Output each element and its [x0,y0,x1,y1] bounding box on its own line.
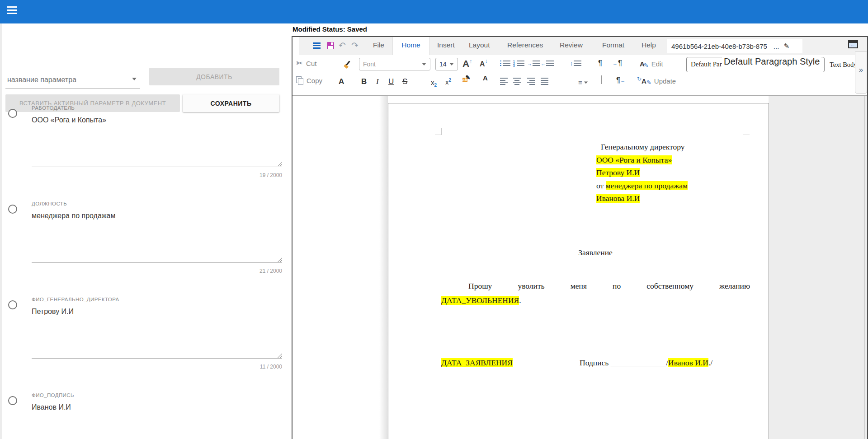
menu-icon[interactable] [313,42,321,50]
shrink-font-icon[interactable]: A↓ [480,60,488,68]
editor-frame: ↶ ↷ File Home Insert Layout References R… [292,36,868,439]
undo-icon[interactable]: ↶ [339,41,346,50]
param-value-textarea[interactable]: Петрову И.И [32,308,74,316]
tab-help[interactable]: Help [642,41,656,49]
param-value-textarea[interactable]: менеджера по продажам [32,212,115,220]
textarea-underline [32,167,282,167]
cut-button[interactable]: ✂ Cut [296,59,316,67]
toolbar-overflow-button[interactable]: » [855,51,867,94]
radio-button[interactable] [8,300,17,309]
param-value-textarea[interactable]: ООО «Рога и Копыта» [32,116,106,124]
hamburger-menu-icon[interactable] [7,6,18,16]
font-size-value: 14 [439,61,449,68]
tab-layout[interactable]: Layout [469,41,490,49]
double-chevron-icon: » [855,65,867,75]
radio-button[interactable] [8,109,17,118]
paragraph-rtl-icon[interactable]: ¶← [616,76,626,84]
doc-id-button[interactable]: 4961b564-21eb-40e8-b73b-875 ... ✎ [667,39,802,53]
chevron-down-icon [449,63,454,65]
tab-home[interactable]: Home [393,41,429,49]
param-name-select[interactable]: название параметра [5,69,140,89]
decrease-indent-icon[interactable]: ← [541,61,554,67]
signature-line: Подпись ______________/Иванов И.И./ [580,358,712,368]
style-tooltip: Default Paragraph Style [722,55,821,68]
redo-icon[interactable]: ↷ [351,41,359,50]
tab-review[interactable]: Review [560,41,583,49]
superscript-button[interactable]: x2 [445,78,451,86]
document-canvas[interactable]: Генеральному директору ООО «Рога и Копыт… [292,96,867,439]
justify-button[interactable] [541,78,548,86]
param-value-textarea[interactable]: Иванов И.И [32,403,71,411]
copy-icon [296,76,303,84]
scissors-icon: ✂ [296,59,303,67]
numbered-list-icon[interactable]: 123 [513,61,524,67]
document-page[interactable]: Генеральному директору ООО «Рога и Копыт… [388,103,769,439]
textarea-underline [32,358,282,359]
copy-label: Copy [307,77,322,84]
scrollbar[interactable] [864,96,865,439]
paragraph-background-button[interactable] [601,76,602,84]
parameters-panel: название параметра ДОБАВИТЬ ВСТАВИТЬ АКТ… [0,23,292,439]
char-count: 19 / 2000 [32,172,282,178]
doc-id-text: 4961b564-21eb-40e8-b73b-875 [671,42,767,50]
highlighted-field: Иванова И.И [596,194,640,203]
increase-indent-icon[interactable]: → [527,61,540,67]
text-boundary-corner-icon [435,128,442,135]
add-button[interactable]: ДОБАВИТЬ [149,68,279,85]
copy-button[interactable]: Copy [296,76,322,84]
highlighted-field: ДАТА_УВОЛЬНЕНИЯ [441,296,519,305]
cut-label: Cut [306,60,316,67]
align-right-button[interactable] [527,78,535,86]
param-field-employer: РАБОТОДАТЕЛЬ ООО «Рога и Копыта» 19 / 20… [0,105,292,200]
clone-formatting-icon[interactable] [343,60,352,69]
tab-format[interactable]: Format [602,41,624,49]
chevron-down-icon [132,78,137,80]
tab-references[interactable]: References [507,41,543,49]
highlighted-field: Петрову И.И [596,168,640,177]
update-style-button[interactable]: ↻ A ✎ Update [637,76,676,86]
radio-button[interactable] [8,205,17,214]
param-label: ФИО_ПОДПИСЬ [32,392,74,398]
pencil-icon: ✎ [783,42,789,50]
app-bar [0,0,868,23]
italic-button[interactable]: I [376,78,379,85]
subscript-button[interactable]: x2 [431,79,437,88]
modified-status: Modified Status: Saved [292,23,868,36]
bold-button[interactable]: B [361,78,367,85]
font-name-combobox[interactable]: Font [359,58,430,70]
strikethrough-button[interactable]: S [402,78,407,85]
resize-handle-icon[interactable] [278,162,282,166]
page-shadow [379,96,388,439]
update-label: Update [654,77,676,85]
highlighted-field: ООО «Рога и Копыта» [596,155,672,164]
underline-button[interactable]: U [388,78,394,85]
paragraph-ltr-icon[interactable]: →¶ [613,59,622,67]
highlighted-field: Иванов И.И [668,358,708,367]
line-spacing-dropdown[interactable]: ≡ [578,79,588,86]
clear-formatting-icon[interactable]: A [339,77,868,86]
font-size-combobox[interactable]: 14 [435,58,458,70]
tab-file[interactable]: File [373,41,384,49]
highlighted-field: менеджера по продажам [606,181,688,190]
sidebar-toggle-icon[interactable] [848,40,858,48]
edit-style-button[interactable]: A ✎ Edit [640,59,663,69]
grow-font-icon[interactable]: A↑ [462,59,472,69]
save-icon[interactable] [327,42,334,49]
resize-handle-icon[interactable] [278,257,282,262]
highlight-color-button[interactable]: ab✎ [462,75,467,83]
font-name-placeholder: Font [363,61,422,68]
align-center-button[interactable] [513,78,521,86]
line-spacing-icon[interactable]: ↕ [570,61,581,67]
edit-label: Edit [651,60,663,68]
param-field-signature: ФИО_ПОДПИСЬ Иванов И.И [0,392,292,439]
font-color-button[interactable]: A [483,74,488,82]
radio-button[interactable] [8,396,17,405]
param-field-director: ФИО_ГЕНЕРАЛЬНО_ДИРЕКТОРА Петрову И.И 11 … [0,297,292,392]
bullet-list-icon[interactable] [500,61,510,67]
formatting-marks-icon[interactable]: ¶ [598,59,602,67]
tab-insert[interactable]: Insert [437,41,455,49]
resize-handle-icon[interactable] [278,353,282,358]
align-left-button[interactable] [500,78,508,86]
text-boundary-corner-icon [743,128,750,135]
body-line-justified: Прошу уволить меня по собственному желан… [468,281,750,291]
